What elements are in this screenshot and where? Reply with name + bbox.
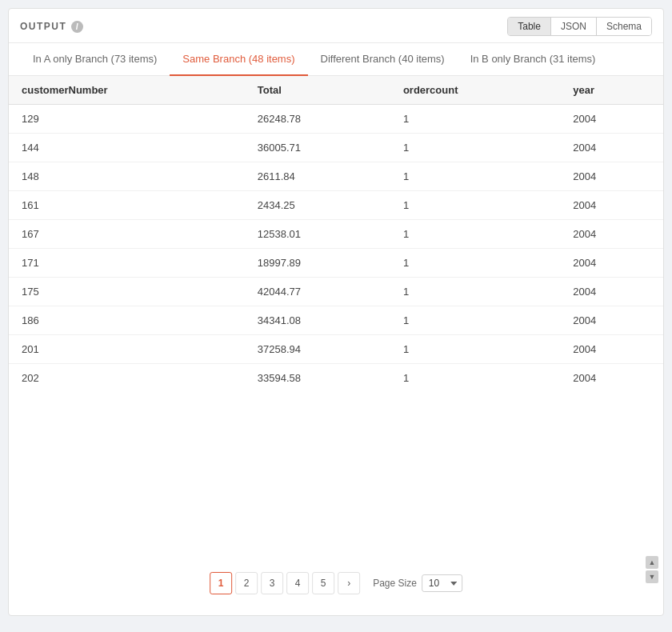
cell-customerNumber: 201: [9, 335, 245, 364]
page-1-button[interactable]: 1: [210, 572, 232, 594]
col-header-customerNumber: customerNumber: [9, 76, 245, 105]
table-row: 1612434.2512004: [9, 191, 663, 220]
cell-ordercount: 1: [390, 134, 560, 162]
cell-year: 2004: [560, 335, 663, 364]
cell-Total: 37258.94: [245, 335, 390, 364]
cell-year: 2004: [560, 162, 663, 191]
schema-view-button[interactable]: Schema: [597, 18, 651, 35]
scroll-down-arrow[interactable]: ▼: [646, 570, 658, 583]
info-icon[interactable]: i: [71, 21, 83, 33]
cell-customerNumber: 129: [9, 105, 245, 134]
tab-in-a-only[interactable]: In A only Branch (73 items): [20, 43, 170, 76]
json-view-button[interactable]: JSON: [551, 18, 597, 35]
cell-year: 2004: [560, 249, 663, 278]
view-toggle: Table JSON Schema: [507, 17, 652, 36]
cell-customerNumber: 144: [9, 134, 245, 162]
cell-customerNumber: 171: [9, 249, 245, 278]
scroll-up-arrow[interactable]: ▲: [646, 556, 658, 569]
table-row: 16712538.0112004: [9, 220, 663, 249]
cell-year: 2004: [560, 278, 663, 306]
cell-customerNumber: 175: [9, 278, 245, 306]
page-5-button[interactable]: 5: [312, 572, 334, 594]
table-view-button[interactable]: Table: [508, 18, 551, 35]
cell-ordercount: 1: [390, 364, 560, 393]
table-row: 20137258.9412004: [9, 335, 663, 364]
page-4-button[interactable]: 4: [286, 572, 309, 594]
cell-ordercount: 1: [390, 191, 560, 220]
cell-year: 2004: [560, 220, 663, 249]
page-size-select: Page Size 10 20 50 100: [373, 574, 462, 592]
output-text: OUTPUT: [20, 21, 66, 32]
scroll-arrows: ▲ ▼: [646, 556, 658, 583]
col-header-ordercount: ordercount: [390, 76, 560, 105]
cell-ordercount: 1: [390, 220, 560, 249]
cell-ordercount: 1: [390, 162, 560, 191]
cell-Total: 2611.84: [245, 162, 390, 191]
table-row: 20233594.5812004: [9, 364, 663, 393]
output-label: OUTPUT i: [20, 21, 83, 33]
cell-Total: 36005.71: [245, 134, 390, 162]
page-2-button[interactable]: 2: [235, 572, 258, 594]
col-header-total: Total: [245, 76, 390, 105]
cell-Total: 33594.58: [245, 364, 390, 393]
tab-same-branch[interactable]: Same Branch (48 items): [170, 43, 307, 76]
cell-Total: 34341.08: [245, 306, 390, 335]
cell-year: 2004: [560, 134, 663, 162]
cell-year: 2004: [560, 191, 663, 220]
cell-ordercount: 1: [390, 306, 560, 335]
table-container: customerNumber Total ordercount year 129…: [9, 76, 663, 392]
cell-ordercount: 1: [390, 249, 560, 278]
cell-Total: 2434.25: [245, 191, 390, 220]
page-3-button[interactable]: 3: [261, 572, 283, 594]
page-size-dropdown[interactable]: 10 20 50 100: [422, 574, 462, 592]
cell-Total: 18997.89: [245, 249, 390, 278]
tab-different-branch[interactable]: Different Branch (40 items): [308, 43, 458, 76]
cell-customerNumber: 186: [9, 306, 245, 335]
pagination: 1 2 3 4 5 › Page Size 10 20 50 100: [210, 556, 462, 607]
tabs-row: In A only Branch (73 items) Same Branch …: [9, 43, 663, 76]
table-header-row: customerNumber Total ordercount year: [9, 76, 663, 105]
tab-in-b-only[interactable]: In B only Branch (31 items): [458, 43, 609, 76]
cell-year: 2004: [560, 364, 663, 393]
cell-Total: 26248.78: [245, 105, 390, 134]
table-row: 17542044.7712004: [9, 278, 663, 306]
table-row: 1482611.8412004: [9, 162, 663, 191]
table-row: 18634341.0812004: [9, 306, 663, 335]
cell-Total: 12538.01: [245, 220, 390, 249]
table-row: 14436005.7112004: [9, 134, 663, 162]
table-row: 12926248.7812004: [9, 105, 663, 134]
data-table: customerNumber Total ordercount year 129…: [9, 76, 663, 392]
cell-year: 2004: [560, 105, 663, 134]
cell-year: 2004: [560, 306, 663, 335]
page-size-label: Page Size: [373, 578, 417, 589]
cell-Total: 42044.77: [245, 278, 390, 306]
cell-ordercount: 1: [390, 278, 560, 306]
table-row: 17118997.8912004: [9, 249, 663, 278]
col-header-year: year: [560, 76, 663, 105]
cell-ordercount: 1: [390, 105, 560, 134]
cell-customerNumber: 202: [9, 364, 245, 393]
output-panel: OUTPUT i Table JSON Schema In A only Bra…: [8, 8, 664, 616]
next-page-button[interactable]: ›: [338, 572, 360, 594]
cell-ordercount: 1: [390, 335, 560, 364]
cell-customerNumber: 161: [9, 191, 245, 220]
cell-customerNumber: 167: [9, 220, 245, 249]
cell-customerNumber: 148: [9, 162, 245, 191]
output-header: OUTPUT i Table JSON Schema: [9, 9, 663, 43]
